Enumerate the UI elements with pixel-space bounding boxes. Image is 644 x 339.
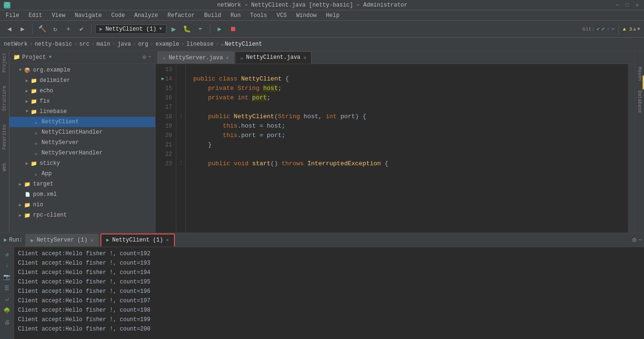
toolbar-commit[interactable]: ✔ xyxy=(76,24,87,35)
run-tab-netty-client[interactable]: ▶ NettyClient (1) ✕ xyxy=(100,234,174,247)
run-scroll-down-btn[interactable]: ↓ xyxy=(2,260,12,271)
menu-view[interactable]: View xyxy=(48,11,69,20)
code-area[interactable]: public class NettyClient { private Strin… xyxy=(186,64,628,233)
tree-item-netty-client-handler[interactable]: ☕ NettyClientHandler xyxy=(9,127,155,137)
toolbar-build[interactable]: 🔨 xyxy=(36,24,48,35)
tree-item-org-example[interactable]: ▼ 📦 org.example xyxy=(9,65,155,75)
tree-label-target: target xyxy=(33,181,53,187)
project-minimize-icon[interactable]: − xyxy=(148,54,151,61)
menu-help[interactable]: Help xyxy=(322,11,343,20)
gutter: ⋮ ⋮ xyxy=(176,64,186,233)
toolbar-run[interactable]: ▶ xyxy=(168,24,180,35)
project-panel: 📁 Project ▼ ⚙ − ▼ 📦 org.example ▶ 📁 xyxy=(9,51,156,233)
tree-item-pom[interactable]: 📄 pom.xml xyxy=(9,189,155,200)
code-line-20: this.port = port; xyxy=(193,131,628,140)
maven-tab[interactable]: Maven xyxy=(637,67,642,81)
toolbar-sep2 xyxy=(91,24,91,34)
toolbar-back[interactable]: ◀ xyxy=(4,24,15,35)
menu-build[interactable]: Build xyxy=(200,11,225,20)
toolbar-stop[interactable]: ⏹ xyxy=(227,24,239,35)
breadcrumb-netty-basic[interactable]: netty-basic xyxy=(35,41,72,48)
menu-navigate[interactable]: Navigate xyxy=(71,11,106,20)
tree-item-echo[interactable]: ▶ 📁 echo xyxy=(9,86,155,96)
run-tab-netty-server[interactable]: ▶ NettyServer (1) ✕ xyxy=(25,234,99,246)
tree-item-rpc-client[interactable]: ▶ 📁 rpc-client xyxy=(9,210,155,220)
run-wrap-btn[interactable]: ⤾ xyxy=(2,294,12,305)
minimize-button[interactable]: ─ xyxy=(614,2,620,8)
breadcrumb-org[interactable]: org xyxy=(138,41,149,48)
project-dropdown[interactable]: ▼ xyxy=(49,55,51,60)
warning-indicator[interactable]: ▲ 3 xyxy=(623,26,632,32)
tab-netty-client[interactable]: ☕ NettyClient.java ✕ xyxy=(235,51,311,64)
tab-label-netty-server: NettyServer.java xyxy=(169,55,223,61)
output-line-8: Client accept:Hello fisher !, count=199 xyxy=(18,315,640,324)
tree-arrow-fix: ▶ xyxy=(24,99,30,104)
toolbar-debug[interactable]: 🐛 xyxy=(182,24,193,35)
run-tab-close-client[interactable]: ✕ xyxy=(166,237,169,243)
output-line-2: Client accept:Hello fisher !, count=193 xyxy=(18,258,640,268)
breadcrumb-java[interactable]: java xyxy=(117,41,131,48)
breadcrumb-src[interactable]: src xyxy=(79,41,90,48)
breadcrumb-example[interactable]: example xyxy=(156,41,179,48)
menu-refactor[interactable]: Refactor xyxy=(164,11,198,20)
breadcrumb-linebase[interactable]: linebase xyxy=(186,41,214,48)
run-filter-btn[interactable]: ☰ xyxy=(2,283,12,293)
maximize-button[interactable]: □ xyxy=(624,2,630,8)
tree-item-app[interactable]: ☕ App xyxy=(9,169,155,179)
folder-icon-echo: 📁 xyxy=(30,87,38,95)
tree-item-linebase[interactable]: ▼ 📁 linebase xyxy=(9,106,155,117)
run-print-btn[interactable]: 🖨 xyxy=(2,317,12,327)
warning-nav-down[interactable]: ▼ xyxy=(637,26,640,32)
tree-label-pom: pom.xml xyxy=(33,191,57,198)
web-tab[interactable]: Web xyxy=(2,163,7,171)
toolbar-sync[interactable]: ↻ xyxy=(50,24,61,35)
tab-close-netty-client[interactable]: ✕ xyxy=(303,55,306,61)
run-screenshot-btn[interactable]: 📷 xyxy=(2,272,12,282)
toolbar-coverage[interactable]: ☂ xyxy=(195,24,206,35)
menu-code[interactable]: Code xyxy=(107,11,129,20)
run-close-button[interactable]: − xyxy=(638,236,642,244)
tree-item-sticky[interactable]: ▶ 📁 sticky xyxy=(9,158,155,169)
menu-window[interactable]: Window xyxy=(292,11,320,20)
close-button[interactable]: ✕ xyxy=(634,2,640,8)
project-tab[interactable]: Project xyxy=(2,53,7,73)
tree-item-netty-server-handler[interactable]: ☕ NettyServerHandler xyxy=(9,148,155,158)
menu-edit[interactable]: Edit xyxy=(25,11,46,20)
tree-arrow-delimiter: ▶ xyxy=(24,78,30,83)
tab-netty-server[interactable]: ☕ NettyServer.java ✕ xyxy=(157,51,234,64)
tab-close-netty-server[interactable]: ✕ xyxy=(226,55,229,61)
toolbar-run-more[interactable]: ▶ xyxy=(214,24,225,35)
favorites-tab[interactable]: Favorites xyxy=(2,124,7,150)
run-treestyle-btn[interactable]: 🌳 xyxy=(2,306,12,316)
tree-item-fix[interactable]: ▶ 📁 fix xyxy=(9,96,155,106)
menu-analyze[interactable]: Analyze xyxy=(131,11,162,20)
warning-nav-up[interactable]: ▲ xyxy=(633,26,636,32)
breadcrumb-network[interactable]: netWork xyxy=(4,41,27,48)
run-restart-btn[interactable]: ↺ xyxy=(2,249,12,259)
menu-run[interactable]: Run xyxy=(227,11,245,20)
run-label[interactable]: ▶ Run: xyxy=(2,235,25,244)
tree-item-delimiter[interactable]: ▶ 📁 delimiter xyxy=(9,75,155,86)
run-settings-button[interactable]: ⚙ xyxy=(632,236,636,244)
menu-file[interactable]: File xyxy=(2,11,23,20)
toolbar-add[interactable]: + xyxy=(63,24,74,35)
toolbar-undo[interactable]: ↩ xyxy=(611,26,615,32)
run-output[interactable]: Client accept:Hello fisher !, count=192 … xyxy=(14,247,644,339)
toolbar-forward[interactable]: ▶ xyxy=(17,24,28,35)
tree-arrow-org-example: ▼ xyxy=(17,68,24,73)
git-push[interactable]: ↑ xyxy=(607,26,610,32)
breadcrumb-main[interactable]: main xyxy=(97,41,110,48)
tree-item-nio[interactable]: ▶ 📁 nio xyxy=(9,200,155,210)
project-settings-icon[interactable]: ⚙ xyxy=(143,54,146,61)
run-tab-close-server[interactable]: ✕ xyxy=(91,237,94,243)
tree-item-netty-client[interactable]: ☕ NettyClient xyxy=(9,117,155,127)
breadcrumb-netty-client[interactable]: NettyClient xyxy=(225,41,262,48)
menu-vcs[interactable]: VCS xyxy=(273,11,291,20)
tree-item-target[interactable]: ▶ 📁 target xyxy=(9,179,155,189)
database-tab[interactable]: Database xyxy=(637,90,642,113)
structure-tab[interactable]: Structure xyxy=(2,86,7,111)
run-config-selector[interactable]: ▶ NettyClient (1) ▼ xyxy=(95,24,166,34)
menu-tools[interactable]: Tools xyxy=(247,11,271,20)
tree-item-netty-server[interactable]: ☕ NettyServer xyxy=(9,137,155,148)
folder-icon-delimiter: 📁 xyxy=(30,77,38,84)
